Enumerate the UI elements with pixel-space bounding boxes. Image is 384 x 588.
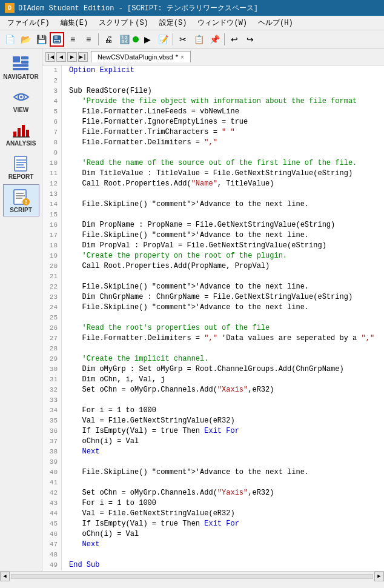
svg-rect-13 bbox=[22, 125, 25, 137]
code-line: 29 'Create the implicit channel. bbox=[42, 354, 384, 364]
code-line: 16 Dim PropName : PropName = File.GetNex… bbox=[42, 220, 384, 230]
toolbar-save[interactable] bbox=[50, 32, 64, 47]
menu-window[interactable]: ウィンドウ(W) bbox=[193, 16, 252, 29]
code-line: 7 File.Formatter.TrimCharacters = " " bbox=[42, 127, 384, 138]
toolbar-open[interactable]: 📂 bbox=[18, 32, 33, 47]
toolbar-new[interactable]: 📄 bbox=[2, 32, 17, 47]
code-line: 10 'Read the name of the source out of t… bbox=[42, 158, 384, 169]
toolbar-edit2[interactable]: 📝 bbox=[156, 32, 170, 47]
sidebar-item-report[interactable]: REPORT bbox=[3, 151, 39, 183]
sidebar-item-analysis[interactable]: ANALYSIS bbox=[3, 118, 39, 150]
line-content: Dim oMyGrp : Set oMyGrp = Root.ChannelGr… bbox=[67, 364, 344, 375]
svg-rect-14 bbox=[26, 130, 29, 137]
code-line: 39 bbox=[42, 457, 384, 467]
line-number: 17 bbox=[42, 230, 62, 241]
code-line: 18 Dim PropVal : PropVal = File.GetNextS… bbox=[42, 241, 384, 251]
scroll-track[interactable] bbox=[11, 574, 373, 579]
line-content: Val = File.GetNextStringValue(eR32) bbox=[67, 416, 235, 426]
menu-settings[interactable]: 設定(S) bbox=[154, 16, 192, 29]
line-number: 27 bbox=[42, 333, 62, 344]
toolbar-save-all[interactable]: 💾 bbox=[34, 32, 48, 47]
menu-script[interactable]: スクリプト(S) bbox=[94, 16, 153, 29]
code-line: 41 bbox=[42, 478, 384, 488]
sidebar-item-navigator[interactable]: NAVIGATOR bbox=[3, 51, 39, 83]
main-layout: NAVIGATOR VIEW bbox=[0, 48, 384, 571]
toolbar-print[interactable]: 🖨 bbox=[101, 32, 116, 47]
menu-edit[interactable]: 編集(E) bbox=[56, 16, 93, 29]
tab-file[interactable]: NewCSVDataPlugin.vbsd * × bbox=[91, 51, 191, 62]
line-content: Next bbox=[67, 447, 99, 457]
line-number: 11 bbox=[42, 169, 62, 179]
line-content: Dim TitleValue : TitleValue = File.GetNe… bbox=[67, 169, 353, 179]
line-number: 2 bbox=[42, 76, 62, 86]
toolbar-undo[interactable]: ↩ bbox=[227, 32, 242, 47]
code-line: 30 Dim oMyGrp : Set oMyGrp = Root.Channe… bbox=[42, 364, 384, 375]
code-line: 23 Dim ChnGrpName : ChnGrpName = File.Ge… bbox=[42, 292, 384, 302]
code-line: 21 bbox=[42, 272, 384, 282]
tab-bar: |◀ ◀ ▶ ▶| NewCSVDataPlugin.vbsd * × bbox=[42, 48, 384, 65]
line-number: 13 bbox=[42, 189, 62, 199]
tab-close-btn[interactable]: × bbox=[180, 54, 184, 61]
content-area: |◀ ◀ ▶ ▶| NewCSVDataPlugin.vbsd * × 1Opt… bbox=[42, 48, 384, 571]
line-number: 30 bbox=[42, 364, 62, 375]
toolbar-cut[interactable]: ✂ bbox=[176, 32, 190, 47]
sidebar-item-view[interactable]: VIEW bbox=[3, 84, 39, 116]
code-line: 38 Next bbox=[42, 447, 384, 457]
view-icon bbox=[12, 87, 31, 107]
line-number: 45 bbox=[42, 519, 62, 529]
toolbar-sep1 bbox=[98, 33, 99, 45]
scroll-left-btn[interactable]: ◀ bbox=[0, 572, 10, 581]
toolbar-paste[interactable]: 📌 bbox=[207, 32, 222, 47]
menu-help[interactable]: ヘルプ(H) bbox=[253, 16, 298, 29]
menu-bar: ファイル(F) 編集(E) スクリプト(S) 設定(S) ウィンドウ(W) ヘル… bbox=[0, 16, 384, 30]
code-line: 24 File.SkipLine() "comment">'Advance to… bbox=[42, 302, 384, 313]
analysis-icon bbox=[12, 121, 31, 140]
line-content: File.Formatter.Delimiters = "," bbox=[67, 138, 217, 148]
line-content: File.Formatter.LineFeeds = vbNewLine bbox=[67, 107, 239, 117]
toolbar-sep3 bbox=[224, 33, 225, 45]
code-editor[interactable]: 1Option Explicit23Sub ReadStore(File)4 '… bbox=[42, 65, 384, 571]
tab-nav-last[interactable]: ▶| bbox=[78, 52, 88, 62]
line-content: Sub ReadStore(File) bbox=[67, 86, 152, 96]
toolbar-calc[interactable]: 🔢 bbox=[117, 32, 131, 47]
menu-file[interactable]: ファイル(F) bbox=[2, 16, 55, 29]
toolbar-indent[interactable]: ≡ bbox=[65, 32, 80, 47]
line-number: 5 bbox=[42, 107, 62, 117]
report-icon bbox=[12, 154, 31, 173]
line-number: 23 bbox=[42, 292, 62, 302]
toolbar-redo[interactable]: ↪ bbox=[243, 32, 257, 47]
tab-modified: * bbox=[176, 53, 178, 61]
svg-point-27 bbox=[25, 202, 27, 204]
svg-rect-8 bbox=[13, 68, 28, 70]
toolbar-copy[interactable]: 📋 bbox=[191, 32, 206, 47]
toolbar-run[interactable]: ▶ bbox=[140, 32, 154, 47]
code-line: 1Option Explicit bbox=[42, 65, 384, 76]
line-number: 21 bbox=[42, 272, 62, 282]
line-number: 38 bbox=[42, 447, 62, 457]
scroll-right-btn[interactable]: ▶ bbox=[374, 572, 384, 581]
line-number: 35 bbox=[42, 416, 62, 426]
tab-nav-first[interactable]: |◀ bbox=[45, 52, 55, 62]
app-icon: D bbox=[5, 3, 15, 13]
tab-nav-next[interactable]: ▶ bbox=[67, 52, 77, 62]
line-number: 41 bbox=[42, 478, 62, 488]
code-line: 9 bbox=[42, 148, 384, 158]
svg-rect-4 bbox=[13, 56, 20, 62]
code-line: 36 If IsEmpty(Val) = true Then Exit For bbox=[42, 426, 384, 436]
line-content: Call Root.Properties.Add("Name", TitleVa… bbox=[67, 179, 274, 189]
tab-nav-prev[interactable]: ◀ bbox=[56, 52, 66, 62]
code-line: 8 File.Formatter.Delimiters = "," bbox=[42, 138, 384, 148]
svg-rect-3 bbox=[55, 41, 59, 42]
code-line: 48 bbox=[42, 550, 384, 560]
line-number: 15 bbox=[42, 210, 62, 220]
line-number: 14 bbox=[42, 199, 62, 210]
line-content: Dim oChn, i, Val, j bbox=[67, 375, 165, 385]
left-sidebar: NAVIGATOR VIEW bbox=[0, 48, 42, 571]
toolbar-outdent[interactable]: ≡ bbox=[81, 32, 96, 47]
code-line: 31 Dim oChn, i, Val, j bbox=[42, 375, 384, 385]
sidebar-item-script[interactable]: SCRIPT bbox=[3, 184, 39, 216]
line-number: 46 bbox=[42, 529, 62, 540]
code-line: 4 'Provide the file object with informat… bbox=[42, 96, 384, 107]
code-line: 32 Set oChn = oMyGrp.Channels.Add("Xaxis… bbox=[42, 385, 384, 395]
line-content: If IsEmpty(Val) = true Then Exit For bbox=[67, 519, 239, 529]
